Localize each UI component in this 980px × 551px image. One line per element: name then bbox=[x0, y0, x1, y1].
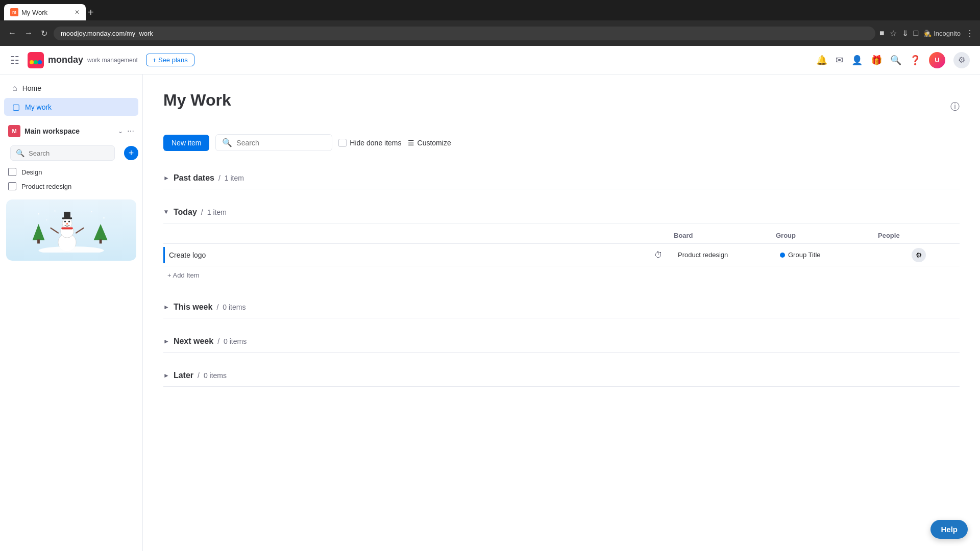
extensions-icon[interactable]: ■ bbox=[879, 29, 885, 38]
sidebar-my-work-label: My work bbox=[25, 103, 52, 111]
svg-point-1 bbox=[30, 60, 34, 64]
later-chevron-icon: ► bbox=[163, 372, 169, 379]
content-area: My Work ⓘ New item 🔍 Hide done items ☰ C… bbox=[143, 74, 980, 551]
svg-point-19 bbox=[64, 221, 66, 222]
add-board-button[interactable]: + bbox=[124, 146, 138, 160]
see-plans-button[interactable]: + See plans bbox=[146, 54, 194, 66]
timer-icon[interactable]: ⏱ bbox=[654, 251, 663, 260]
sidebar-search-input[interactable] bbox=[29, 149, 109, 157]
today-slash: / bbox=[201, 208, 203, 216]
svg-rect-22 bbox=[61, 227, 72, 229]
svg-point-4 bbox=[38, 213, 39, 214]
invite-people-icon[interactable]: 👤 bbox=[851, 55, 863, 66]
workspace-logo: M bbox=[8, 125, 20, 137]
toolbar-search-input[interactable] bbox=[236, 139, 326, 147]
sidebar-item-home[interactable]: ⌂ Home bbox=[4, 80, 138, 97]
inbox-icon[interactable]: ✉ bbox=[836, 55, 843, 66]
row-timer-icon-cell: ⏱ bbox=[643, 251, 674, 260]
svg-point-27 bbox=[39, 246, 104, 253]
row-group-value: Group Title bbox=[776, 251, 878, 259]
sidebar-nav-section: ⌂ Home ▢ My work bbox=[0, 74, 142, 121]
past-dates-header[interactable]: ► Past dates / 1 item bbox=[163, 167, 960, 189]
help-icon[interactable]: ❓ bbox=[910, 55, 921, 66]
past-dates-count: 1 item bbox=[225, 174, 244, 182]
later-title: Later bbox=[174, 371, 193, 380]
user-avatar[interactable]: U bbox=[929, 52, 945, 68]
svg-line-25 bbox=[51, 228, 58, 233]
workspace-more-icon[interactable]: ⋯ bbox=[127, 127, 134, 135]
this-week-slash: / bbox=[216, 303, 218, 311]
nav-bar: ← → ↻ moodjoy.monday.com/my_work ■ ☆ ⇓ □… bbox=[0, 20, 980, 46]
workspace-initial: M bbox=[12, 128, 16, 134]
row-people-value: ⚙ bbox=[878, 248, 960, 262]
hide-done-toggle[interactable]: Hide done items bbox=[338, 139, 401, 147]
add-item-row[interactable]: + Add Item bbox=[163, 266, 960, 284]
today-count: 1 item bbox=[207, 208, 227, 216]
today-section: ► Today / 1 item Board Group People Crea… bbox=[163, 202, 960, 284]
menu-icon[interactable]: ⋮ bbox=[966, 29, 974, 38]
hide-done-checkbox[interactable] bbox=[338, 139, 347, 147]
search-icon[interactable]: 🔍 bbox=[890, 55, 901, 66]
settings-icon[interactable]: ⚙ bbox=[953, 52, 970, 68]
snowman-illustration bbox=[6, 199, 136, 261]
new-item-button[interactable]: New item bbox=[163, 135, 209, 151]
incognito-button[interactable]: 🕵 Incognito bbox=[923, 30, 961, 37]
row-item-name[interactable]: Create logo bbox=[163, 247, 643, 263]
later-header[interactable]: ► Later / 0 items bbox=[163, 365, 960, 387]
profile-icon[interactable]: □ bbox=[914, 29, 919, 38]
help-button[interactable]: Help bbox=[930, 520, 968, 539]
toolbar-search-icon: 🔍 bbox=[222, 138, 232, 147]
customize-button[interactable]: ☰ Customize bbox=[408, 139, 451, 147]
past-dates-slash: / bbox=[218, 174, 220, 182]
board-item-design[interactable]: Design bbox=[0, 165, 142, 179]
grid-menu-icon[interactable]: ☷ bbox=[10, 54, 19, 66]
row-board-value[interactable]: Product redesign bbox=[674, 251, 776, 259]
app-header: ☷ monday work management + See plans 🔔 ✉… bbox=[0, 46, 980, 74]
workspace-name: Main workspace bbox=[24, 127, 114, 135]
this-week-header[interactable]: ► This week / 0 items bbox=[163, 296, 960, 318]
browser-chrome: m My Work ✕ + ← → ↻ moodjoy.monday.com/m… bbox=[0, 0, 980, 46]
svg-point-3 bbox=[38, 60, 42, 64]
nav-icons: ■ ☆ ⇓ □ 🕵 Incognito ⋮ bbox=[879, 29, 974, 38]
next-week-header[interactable]: ► Next week / 0 items bbox=[163, 331, 960, 353]
tab-bar: m My Work ✕ + bbox=[0, 0, 980, 20]
next-week-section: ► Next week / 0 items bbox=[163, 331, 960, 353]
gift-icon[interactable]: 🎁 bbox=[871, 55, 882, 66]
this-week-title: This week bbox=[174, 303, 212, 312]
address-bar[interactable]: moodjoy.monday.com/my_work bbox=[54, 27, 875, 40]
home-icon: ⌂ bbox=[12, 84, 17, 93]
today-chevron-icon: ► bbox=[163, 209, 170, 215]
later-count: 0 items bbox=[204, 371, 227, 380]
today-title: Today bbox=[174, 208, 197, 217]
group-color-dot bbox=[780, 253, 785, 258]
svg-point-8 bbox=[103, 217, 105, 218]
past-dates-chevron-icon: ► bbox=[163, 174, 169, 182]
today-header[interactable]: ► Today / 1 item bbox=[163, 202, 960, 223]
toolbar-search-wrapper: 🔍 bbox=[215, 134, 332, 151]
this-week-count: 0 items bbox=[223, 303, 246, 311]
svg-point-9 bbox=[46, 219, 47, 220]
col-board: Board bbox=[674, 232, 776, 239]
people-gear-icon[interactable]: ⚙ bbox=[912, 248, 926, 262]
tab-close-button[interactable]: ✕ bbox=[75, 9, 80, 16]
new-tab-button[interactable]: + bbox=[88, 7, 94, 17]
page-help-icon[interactable]: ⓘ bbox=[950, 101, 960, 113]
workspace-chevron-icon: ⌄ bbox=[118, 128, 123, 135]
col-icon bbox=[643, 232, 674, 239]
hide-done-label: Hide done items bbox=[350, 139, 401, 147]
board-item-product-redesign[interactable]: Product redesign bbox=[0, 179, 142, 193]
refresh-button[interactable]: ↻ bbox=[39, 27, 50, 40]
incognito-label: Incognito bbox=[934, 30, 961, 37]
group-title-text: Group Title bbox=[788, 251, 821, 259]
forward-button[interactable]: → bbox=[22, 27, 35, 40]
download-icon[interactable]: ⇓ bbox=[902, 29, 909, 38]
active-tab[interactable]: m My Work ✕ bbox=[4, 4, 86, 20]
workspace-header[interactable]: M Main workspace ⌄ ⋯ bbox=[0, 121, 142, 141]
main-layout: ⌂ Home ▢ My work M Main workspace ⌄ ⋯ 🔍 bbox=[0, 74, 980, 551]
logo-text: monday bbox=[48, 55, 83, 65]
bell-icon[interactable]: 🔔 bbox=[816, 55, 827, 66]
bookmark-icon[interactable]: ☆ bbox=[890, 29, 897, 38]
sidebar-item-my-work[interactable]: ▢ My work bbox=[4, 98, 138, 116]
back-button[interactable]: ← bbox=[6, 27, 18, 40]
svg-point-5 bbox=[54, 210, 55, 211]
